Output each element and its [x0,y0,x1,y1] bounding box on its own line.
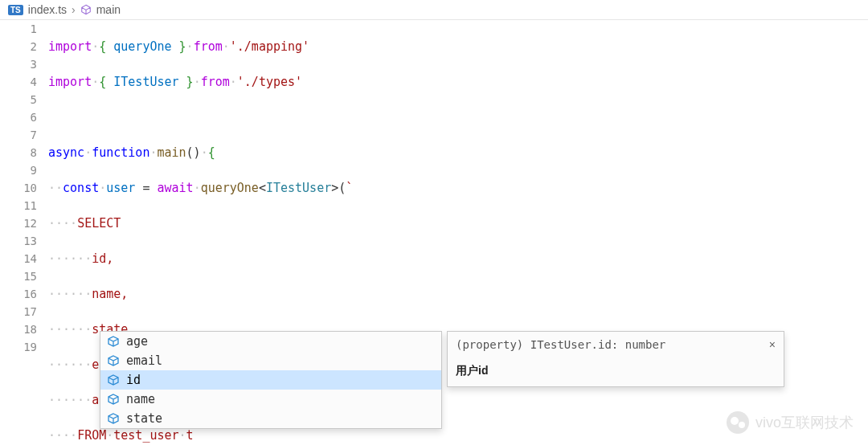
autocomplete-popup[interactable]: age email id name state [100,331,442,429]
symbol-field-icon [107,393,120,406]
breadcrumb-symbol[interactable]: main [96,3,121,16]
breadcrumb-file[interactable]: index.ts [28,3,67,16]
wechat-icon [727,411,749,434]
symbol-field-icon [107,335,120,348]
autocomplete-item-name[interactable]: name [100,390,441,409]
tooltip-signature: (property) ITestUser.id: number [456,338,665,351]
close-icon[interactable]: × [769,338,776,351]
autocomplete-item-email[interactable]: email [100,351,441,370]
breadcrumb: TS index.ts › main [0,0,868,20]
autocomplete-item-age[interactable]: age [100,332,441,351]
symbol-field-icon [107,412,120,425]
ts-badge-icon: TS [8,5,23,15]
tooltip-description: 用户id [448,357,784,386]
line-number-gutter: 1 2 3 4 5 6 7 8 9 10 11 12 13 14 15 16 1… [0,20,48,445]
symbol-field-icon [107,354,120,367]
symbol-field-icon [107,374,120,386]
symbol-method-icon [80,4,92,15]
watermark: vivo互联网技术 [727,411,854,434]
autocomplete-item-state[interactable]: state [100,409,441,428]
chevron-right-icon: › [72,3,76,16]
watermark-text: vivo互联网技术 [755,413,854,432]
autocomplete-item-id[interactable]: id [100,370,441,390]
hover-tooltip: (property) ITestUser.id: number × 用户id [447,331,784,387]
